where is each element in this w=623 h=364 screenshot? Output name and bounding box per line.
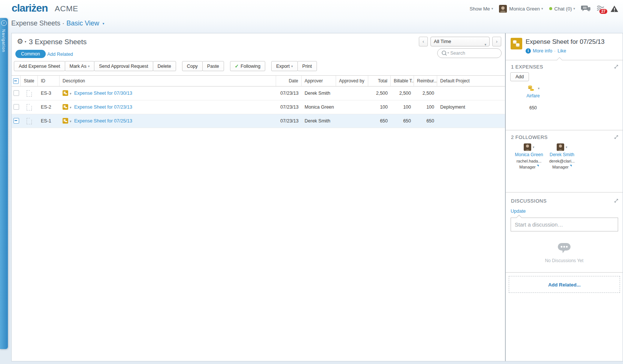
approver-cell: Derek Smith bbox=[302, 114, 336, 128]
column-header-state[interactable]: State bbox=[21, 76, 38, 86]
follower-name-link[interactable]: Monica Green bbox=[514, 152, 544, 157]
messages-button[interactable] bbox=[581, 5, 591, 12]
row-select-cell bbox=[12, 87, 21, 100]
column-header-billable-t[interactable]: Billable T... bbox=[391, 76, 414, 86]
search-icon bbox=[441, 50, 450, 56]
copy-button[interactable]: Copy bbox=[182, 61, 203, 71]
billable-cell: 2,500 bbox=[391, 87, 414, 100]
add-expense-button[interactable]: Add bbox=[510, 72, 529, 81]
expense-item-link[interactable]: Airfare bbox=[518, 93, 548, 98]
tab-add-related[interactable]: Add Related bbox=[47, 52, 73, 57]
table-row[interactable]: ES-3▾ Expense Sheet for 07/30/1307/23/13… bbox=[12, 87, 505, 100]
billable-cell: 650 bbox=[391, 114, 414, 128]
column-header-date[interactable]: Date bbox=[276, 76, 302, 86]
id-cell: ES-1 bbox=[38, 114, 60, 128]
table-row[interactable]: ES-1▾ Expense Sheet for 07/25/1307/23/13… bbox=[12, 114, 505, 128]
info-icon: i bbox=[526, 48, 531, 54]
expense-sheet-icon[interactable] bbox=[63, 104, 68, 110]
column-header-approved-by[interactable]: Approved by bbox=[336, 76, 368, 86]
row-checkbox[interactable] bbox=[13, 104, 19, 110]
expand-followers-icon[interactable] bbox=[614, 134, 619, 140]
state-cell bbox=[21, 87, 38, 100]
expense-sheet-icon[interactable] bbox=[63, 90, 68, 96]
send-approval-request-button[interactable]: Send Approval Request bbox=[94, 61, 153, 71]
select-all-checkbox[interactable] bbox=[13, 78, 19, 84]
paste-label: Paste bbox=[207, 64, 219, 69]
chevron-down-icon: ▾ bbox=[25, 40, 26, 43]
settings-menu[interactable]: ⚙▾ bbox=[17, 37, 26, 46]
chevron-down-icon[interactable]: ▾ bbox=[533, 145, 535, 149]
prev-period-button[interactable]: ‹ bbox=[419, 37, 428, 46]
table-header-row: StateIDDescriptionDateApproverApproved b… bbox=[12, 75, 505, 87]
chevron-down-icon[interactable]: ▾ bbox=[70, 87, 72, 100]
paste-button[interactable]: Paste bbox=[202, 61, 224, 71]
column-header-description[interactable]: Description bbox=[60, 76, 276, 86]
next-period-button[interactable]: › bbox=[492, 37, 501, 46]
print-button[interactable]: Print bbox=[297, 61, 317, 71]
mark-as-button[interactable]: Mark As▾ bbox=[65, 61, 95, 71]
time-filter-value: All Time bbox=[434, 39, 451, 44]
view-selector[interactable]: Basic View bbox=[66, 19, 99, 27]
chevron-down-icon[interactable]: ▾ bbox=[566, 145, 568, 149]
show-me-menu[interactable]: Show Me ▾ bbox=[470, 6, 493, 12]
corner-flag-icon bbox=[537, 165, 539, 167]
expand-navigation-icon[interactable]: › bbox=[1, 20, 7, 26]
add-related-button[interactable]: Add Related... bbox=[509, 276, 620, 293]
alerts-button[interactable] bbox=[610, 5, 619, 12]
navigation-strip[interactable]: › Navigation bbox=[0, 18, 8, 349]
expense-sheet-icon[interactable] bbox=[63, 118, 68, 124]
discussions-heading: DISCUSSIONS bbox=[511, 198, 547, 204]
time-filter-select[interactable]: All Time ▾ bbox=[430, 37, 490, 46]
expense-sheet-link[interactable]: Expense Sheet for 07/23/13 bbox=[73, 104, 132, 110]
search-input[interactable] bbox=[450, 50, 498, 56]
user-menu[interactable]: Monica Green ▾ bbox=[499, 5, 543, 13]
tab-common[interactable]: Common bbox=[15, 50, 46, 58]
chevron-down-icon[interactable]: ▾ bbox=[70, 115, 72, 128]
delete-button[interactable]: Delete bbox=[153, 61, 176, 71]
page-title: 3 Expense Sheets bbox=[29, 38, 87, 46]
coins-icon[interactable] bbox=[527, 85, 536, 91]
section-divider bbox=[506, 192, 623, 192]
clarizen-app: clariżen ACME Show Me ▾ Monica Green ▾ C… bbox=[0, 0, 623, 364]
chat-menu[interactable]: Chat (0) ▾ bbox=[549, 6, 575, 12]
avatar[interactable] bbox=[524, 143, 531, 151]
export-button[interactable]: Export▾ bbox=[271, 61, 298, 71]
draft-state-icon bbox=[27, 104, 32, 110]
draft-state-icon bbox=[27, 118, 32, 124]
update-tab[interactable]: Update bbox=[511, 209, 526, 214]
following-button[interactable]: ✓Following bbox=[230, 61, 265, 71]
add-expense-sheet-button[interactable]: Add Expense Sheet bbox=[14, 61, 65, 71]
chevron-down-icon: ▾ bbox=[484, 40, 486, 49]
avatar[interactable] bbox=[557, 143, 564, 151]
send-approval-request-label: Send Approval Request bbox=[99, 64, 148, 69]
chevron-down-icon: ▾ bbox=[492, 7, 493, 10]
chevron-down-icon[interactable]: ▾ bbox=[70, 101, 72, 114]
section-divider bbox=[506, 60, 623, 60]
activity-feed-button[interactable]: 27 bbox=[597, 5, 604, 12]
follower-email: derek@clari... bbox=[547, 159, 577, 163]
user-name: Monica Green bbox=[509, 6, 540, 12]
reimbursable-cell: 100 bbox=[414, 100, 437, 114]
expand-discussions-icon[interactable] bbox=[614, 198, 619, 203]
more-info-link[interactable]: More info bbox=[533, 48, 552, 54]
column-header-default-project[interactable]: Default Project bbox=[437, 76, 505, 86]
discussion-input[interactable] bbox=[511, 218, 618, 231]
discussion-input-wrap bbox=[511, 218, 618, 231]
clarizen-logo[interactable]: clariżen bbox=[12, 2, 48, 14]
like-link[interactable]: Like bbox=[557, 48, 566, 54]
column-header-id[interactable]: ID bbox=[38, 76, 60, 86]
column-header-reimbur[interactable]: Reimbur... bbox=[414, 76, 437, 86]
reimbursable-cell: 650 bbox=[414, 114, 437, 128]
follower-name-link[interactable]: Derek Smith bbox=[547, 152, 577, 157]
row-checkbox[interactable] bbox=[13, 90, 19, 96]
column-header-approver[interactable]: Approver bbox=[302, 76, 336, 86]
chevron-down-icon[interactable]: ▾ bbox=[538, 87, 540, 90]
expand-expenses-icon[interactable] bbox=[614, 64, 619, 69]
column-header-total[interactable]: Total bbox=[368, 76, 391, 86]
table-row[interactable]: ES-2▾ Expense Sheet for 07/23/1307/23/13… bbox=[12, 100, 505, 114]
row-select-cell bbox=[12, 100, 21, 114]
check-icon: ✓ bbox=[235, 64, 239, 69]
expense-sheet-link[interactable]: Expense Sheet for 07/25/13 bbox=[73, 118, 132, 124]
row-checkbox[interactable] bbox=[13, 118, 19, 124]
expense-sheet-link[interactable]: Expense Sheet for 07/30/13 bbox=[73, 91, 132, 96]
